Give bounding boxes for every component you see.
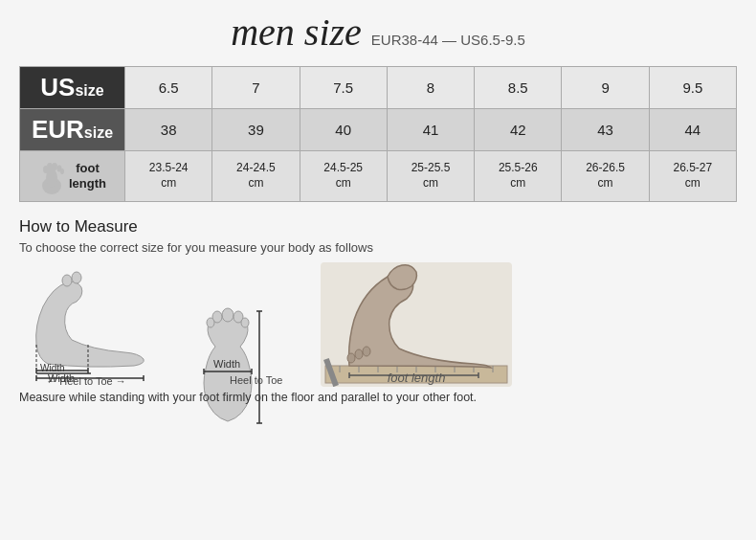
measure-subtitle: To choose the correct size for you measu… [19, 240, 737, 255]
foot-length-header: footlength [20, 151, 125, 202]
title-row: men size EUR38-44 — US6.5-9.5 [19, 10, 737, 55]
page-title: men size [231, 10, 362, 55]
svg-point-43 [347, 353, 355, 363]
foot-cell-6: 26-26.5cm [562, 151, 649, 202]
us-row: USsize 6.5 7 7.5 8 8.5 9 9.5 [20, 67, 737, 109]
foot-cell-3: 24.5-25cm [300, 151, 387, 202]
foot-cell-5: 25.5-26cm [475, 151, 562, 202]
eur-cell-3: 40 [300, 109, 387, 151]
foot-row: footlength 23.5-24cm 24-24.5cm 24.5-25cm… [20, 151, 737, 202]
eur-cell-7: 44 [649, 109, 736, 151]
us-cell-3: 7.5 [300, 67, 387, 109]
measure-section: How to Measure To choose the correct siz… [19, 217, 737, 404]
svg-point-7 [62, 275, 72, 286]
photo-foot-svg: foot length [321, 262, 512, 387]
eur-cell-5: 42 [475, 109, 562, 151]
diagram-photo-foot: foot length [321, 262, 512, 387]
us-cell-6: 9 [562, 67, 649, 109]
diagram-side-foot: Width Width ← Heel to Toe → [19, 268, 153, 387]
us-cell-5: 8.5 [475, 67, 562, 109]
svg-point-24 [207, 318, 214, 327]
foot-cell-1: 23.5-24cm [125, 151, 212, 202]
svg-point-8 [72, 272, 81, 283]
svg-point-4 [52, 163, 57, 170]
svg-point-44 [355, 349, 363, 359]
foot-cell-2: 24-24.5cm [212, 151, 300, 202]
eur-cell-4: 41 [387, 109, 474, 151]
us-header: USsize [20, 67, 125, 109]
measure-title: How to Measure [19, 217, 737, 236]
heel-to-toe-label-1: ← Heel to Toe → [46, 375, 126, 387]
svg-text:Width: Width [40, 363, 65, 373]
foot-cell-7: 26.5-27cm [649, 151, 736, 202]
svg-text:Width: Width [213, 358, 240, 370]
eur-cell-6: 43 [562, 109, 649, 151]
svg-text:foot length: foot length [388, 371, 446, 385]
us-cell-7: 9.5 [649, 67, 736, 109]
size-table: USsize 6.5 7 7.5 8 8.5 9 9.5 EURsize 38 … [19, 66, 737, 202]
eur-cell-2: 39 [212, 109, 300, 151]
svg-point-23 [241, 318, 249, 327]
svg-point-6 [60, 169, 64, 174]
us-cell-2: 7 [212, 67, 300, 109]
us-cell-1: 6.5 [125, 67, 212, 109]
bottom-foot-svg: Width [185, 306, 271, 431]
foot-icon [38, 157, 65, 195]
diagram-bottom-foot: Width Heel to Toe [172, 306, 282, 387]
diagrams-row: Width Width ← Heel to Toe → [19, 262, 737, 387]
eur-cell-1: 38 [125, 109, 212, 151]
foot-cell-4: 25-25.5cm [387, 151, 474, 202]
svg-point-45 [363, 347, 370, 356]
eur-row: EURsize 38 39 40 41 42 43 44 [20, 109, 737, 151]
side-foot-svg: Width Width [19, 268, 153, 383]
title-subtitle: EUR38-44 — US6.5-9.5 [371, 32, 525, 48]
svg-point-20 [222, 308, 233, 322]
measure-footer: Measure while standing with your foot fi… [19, 391, 737, 404]
eur-header: EURsize [20, 109, 125, 151]
us-cell-4: 8 [387, 67, 474, 109]
heel-to-toe-label-2: Heel to Toe [230, 374, 282, 386]
